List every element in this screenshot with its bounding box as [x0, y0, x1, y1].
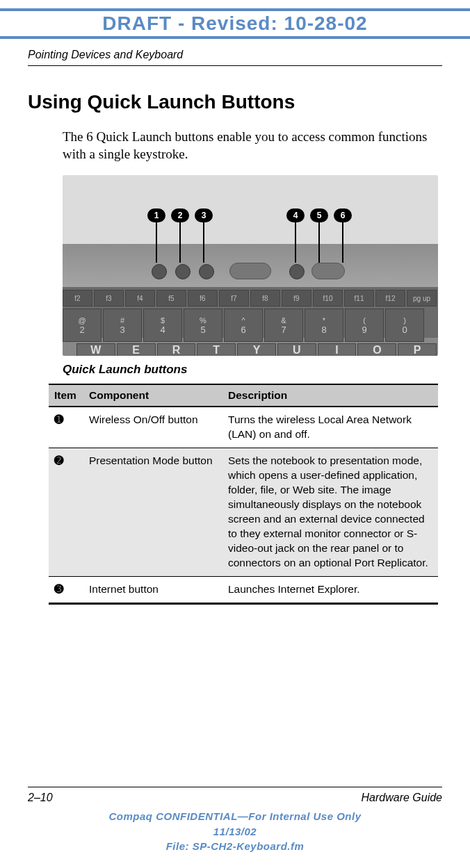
doc-title: Hardware Guide	[362, 792, 443, 804]
callout-3: 3	[195, 208, 213, 263]
qwerty-row: W E R T Y U I O P	[76, 343, 438, 356]
hw-button-56	[311, 263, 345, 279]
figure-quick-launch: 1 2 3 4 5 6 f2 f3 f4 f5 f6 f7 f8 f9 f10 …	[63, 175, 442, 356]
hw-button-3	[199, 264, 214, 279]
running-head: Pointing Devices and Keyboard	[28, 49, 442, 61]
page-title: Using Quick Launch Buttons	[28, 91, 442, 113]
table-row: ➊ Wireless On/Off button Turns the wirel…	[49, 407, 438, 448]
header-rule	[28, 65, 442, 66]
callout-6: 6	[334, 208, 352, 263]
th-item: Item	[49, 384, 83, 407]
th-component: Component	[83, 384, 222, 407]
hw-button-4	[289, 264, 305, 279]
callout-1: 1	[147, 208, 165, 263]
callout-2: 2	[171, 208, 189, 263]
figure-caption: Quick Launch buttons	[63, 363, 442, 377]
callout-4: 4	[286, 208, 305, 263]
page-footer: 2–10 Hardware Guide	[28, 787, 442, 804]
fkey-row: f2 f3 f4 f5 f6 f7 f8 f9 f10 f11 f12 pg u…	[63, 290, 438, 306]
callout-5: 5	[310, 208, 328, 263]
table-row: ➌ Internet button Launches Internet Expl…	[49, 576, 438, 603]
hw-button-1	[152, 264, 167, 279]
confidential-footer: Compaq CONFIDENTIAL—For Internal Use Onl…	[0, 809, 470, 854]
th-description: Description	[222, 384, 438, 407]
keyboard-image: 1 2 3 4 5 6 f2 f3 f4 f5 f6 f7 f8 f9 f10 …	[63, 175, 438, 356]
intro-paragraph: The 6 Quick Launch buttons enable you to…	[63, 129, 442, 163]
hw-button-2	[175, 264, 191, 279]
component-table: Item Component Description ➊ Wireless On…	[49, 384, 438, 604]
page-number: 2–10	[28, 792, 53, 804]
hw-power-button	[229, 263, 271, 279]
number-row: @2 #3 $4 %5 ^6 &7 *8 (9 )0	[63, 309, 438, 342]
draft-banner: DRAFT - Revised: 10-28-02	[0, 8, 470, 39]
table-row: ➋ Presentation Mode button Sets the note…	[49, 448, 438, 576]
